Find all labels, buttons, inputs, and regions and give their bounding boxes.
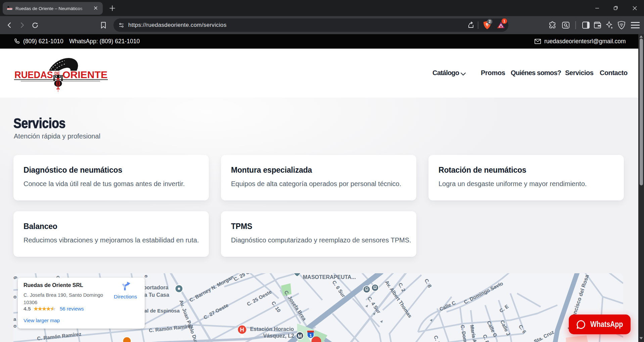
svg-text:a: a	[13, 316, 16, 322]
svg-text:al de Espinosa: al de Espinosa	[144, 308, 180, 314]
svg-text:ORIENTE: ORIENTE	[62, 69, 107, 80]
svg-text:M: M	[298, 333, 302, 339]
svg-text:o: o	[13, 323, 16, 329]
svg-text:Estación Horacio: Estación Horacio	[250, 326, 294, 332]
svg-text:1: 1	[309, 333, 312, 338]
svg-text:Vásquez, L2: Vásquez, L2	[263, 333, 294, 339]
svg-text:portadora: portadora	[143, 285, 169, 290]
svg-text:MASOTERAPEUTA...: MASOTERAPEUTA...	[303, 274, 356, 280]
svg-text:ía Tu Casa: ía Tu Casa	[143, 292, 169, 298]
svg-text:RUEDAS: RUEDAS	[14, 69, 53, 80]
svg-text:RUEDAS: RUEDAS	[7, 8, 12, 10]
svg-text:o: o	[13, 294, 16, 299]
svg-text:DE: DE	[54, 71, 60, 76]
svg-text:H: H	[240, 327, 244, 333]
